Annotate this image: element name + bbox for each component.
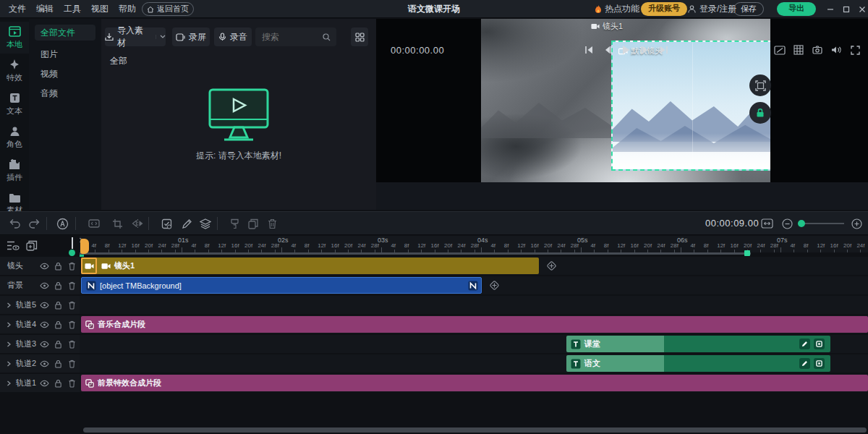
category-audio[interactable]: 音频 — [35, 85, 95, 101]
default-camera-frame[interactable]: 默认镜头 — [611, 41, 770, 171]
menu-file[interactable]: 文件 — [9, 0, 26, 18]
add-keyframe-diamond-button[interactable] — [488, 278, 501, 292]
trash-icon[interactable] — [66, 359, 77, 368]
chevron-down-icon[interactable] — [156, 35, 166, 39]
clip-style-button[interactable] — [814, 358, 825, 369]
trash-icon[interactable] — [66, 340, 77, 349]
playhead-line[interactable] — [72, 237, 73, 249]
flip-icon[interactable] — [130, 217, 145, 230]
zoom-in-icon[interactable] — [849, 217, 864, 230]
undo-icon[interactable] — [7, 217, 22, 230]
playhead-handle[interactable] — [69, 250, 75, 256]
track-header-镜头[interactable]: 镜头 — [0, 257, 80, 275]
eye-icon[interactable] — [38, 282, 50, 289]
play-button[interactable] — [618, 43, 634, 57]
crop-icon[interactable] — [110, 217, 124, 230]
hot-features-button[interactable]: 热点功能 — [595, 0, 639, 18]
track-lane-轨道5[interactable] — [80, 296, 868, 314]
trash-icon[interactable] — [66, 320, 77, 329]
timeline-clip[interactable]: 语文 — [566, 355, 830, 372]
eye-icon[interactable] — [38, 380, 50, 387]
timeline-zoom-handle[interactable] — [798, 220, 805, 227]
track-header-轨道5[interactable]: 轨道5 — [0, 296, 80, 314]
search-input[interactable] — [255, 27, 336, 46]
add-keyframe-diamond-button[interactable] — [545, 259, 558, 273]
previous-frame-button[interactable] — [600, 43, 616, 57]
track-header-背景[interactable]: 背景 — [0, 276, 80, 294]
minimize-button[interactable] — [823, 0, 838, 18]
background-source-icon[interactable] — [468, 281, 478, 291]
category-videos[interactable]: 视频 — [35, 66, 95, 82]
sidebar-item-plugins[interactable]: 插件 — [0, 155, 29, 187]
sidebar-item-local[interactable]: 本地 — [0, 22, 29, 54]
in-point-marker[interactable] — [80, 239, 89, 254]
track-manager-icon[interactable] — [6, 239, 20, 252]
timeline-clip[interactable]: 镜头1 — [81, 258, 539, 274]
timeline-clip[interactable]: 课堂 — [566, 336, 830, 352]
transform-tool-button[interactable] — [749, 75, 771, 96]
mirror-display-icon[interactable] — [773, 43, 787, 56]
layers-icon[interactable] — [198, 217, 213, 230]
delete-icon[interactable] — [265, 217, 279, 230]
category-all-files[interactable]: 全部文件 — [35, 25, 95, 41]
menu-tools[interactable]: 工具 — [64, 0, 81, 18]
lock-icon[interactable] — [52, 379, 64, 388]
record-screen-button[interactable]: 录屏 — [172, 27, 210, 46]
checklist-icon[interactable] — [159, 217, 174, 230]
track-header-轨道4[interactable]: 轨道4 — [0, 315, 80, 333]
sidebar-item-character[interactable]: 角色 — [0, 122, 29, 153]
save-button[interactable]: 保存 — [733, 2, 764, 16]
sidebar-item-effects[interactable]: 特效 — [0, 55, 29, 87]
lock-icon[interactable] — [52, 281, 64, 290]
clip-style-button[interactable] — [814, 339, 825, 349]
skip-to-start-button[interactable] — [581, 43, 597, 57]
redo-icon[interactable] — [27, 217, 42, 230]
eye-icon[interactable] — [38, 302, 50, 309]
back-to-home-button[interactable]: 返回首页 — [142, 2, 194, 16]
lock-camera-button[interactable] — [749, 102, 771, 124]
zoom-out-icon[interactable] — [780, 217, 794, 230]
eye-icon[interactable] — [38, 360, 50, 367]
lock-icon[interactable] — [52, 320, 64, 329]
eye-icon[interactable] — [38, 341, 50, 348]
clip-edit-pen-button[interactable] — [799, 358, 810, 369]
timeline-clip[interactable]: 前景特效合成片段 — [81, 375, 868, 391]
grid-overlay-icon[interactable] — [791, 43, 806, 56]
sidebar-item-text[interactable]: 文本 — [0, 88, 29, 120]
import-media-button[interactable]: 导入素材 — [105, 27, 166, 46]
lock-icon[interactable] — [52, 340, 64, 349]
skip-to-end-button[interactable] — [655, 43, 671, 57]
maximize-button[interactable] — [839, 0, 854, 18]
grid-view-toggle[interactable] — [351, 27, 368, 46]
lock-icon[interactable] — [52, 359, 64, 368]
split-icon[interactable] — [87, 217, 101, 230]
auto-ripple-icon[interactable] — [55, 217, 69, 230]
login-register-button[interactable]: 登录/注册 — [687, 0, 736, 18]
upgrade-account-button[interactable]: 升级账号 — [641, 2, 687, 16]
copy-icon[interactable] — [246, 217, 260, 230]
track-header-轨道2[interactable]: 轨道2 — [0, 354, 80, 373]
menu-help[interactable]: 帮助 — [119, 0, 136, 18]
timeline-horizontal-scrollbar[interactable] — [83, 427, 867, 433]
menu-view[interactable]: 视图 — [91, 0, 109, 18]
track-header-轨道3[interactable]: 轨道3 — [0, 335, 80, 353]
trash-icon[interactable] — [66, 262, 77, 271]
close-button[interactable] — [855, 0, 868, 18]
trash-icon[interactable] — [66, 281, 77, 290]
edit-pen-icon[interactable] — [179, 217, 194, 230]
volume-icon[interactable] — [829, 43, 843, 56]
timeline-clip[interactable]: 音乐合成片段 — [81, 316, 868, 333]
clip-thumb-selected[interactable] — [81, 258, 97, 274]
record-audio-button[interactable]: 录音 — [214, 27, 252, 46]
next-frame-button[interactable] — [637, 43, 652, 57]
search-field[interactable] — [255, 32, 323, 42]
fit-timeline-icon[interactable] — [760, 217, 774, 230]
snapshot-camera-icon[interactable] — [810, 43, 825, 56]
format-brush-icon[interactable] — [227, 217, 242, 230]
timeline-clip[interactable]: [object TMBackground] — [81, 277, 482, 294]
add-track-icon[interactable] — [25, 239, 39, 252]
trash-icon[interactable] — [66, 379, 77, 388]
category-images[interactable]: 图片 — [35, 46, 95, 62]
eye-icon[interactable] — [38, 263, 50, 270]
track-header-轨道1[interactable]: 轨道1 — [0, 374, 80, 392]
